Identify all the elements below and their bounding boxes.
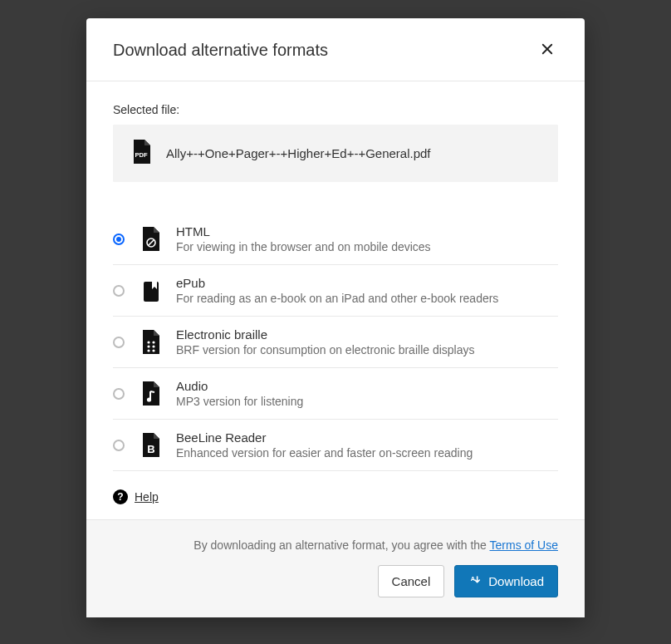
format-title: BeeLine Reader xyxy=(176,430,473,445)
radio-braille[interactable] xyxy=(113,337,125,348)
svg-point-7 xyxy=(152,341,154,343)
format-option-braille[interactable]: Electronic braille BRF version for consu… xyxy=(113,317,558,368)
download-icon: A xyxy=(468,573,482,589)
close-icon xyxy=(540,42,555,59)
radio-epub[interactable] xyxy=(113,285,125,297)
radio-beeline[interactable] xyxy=(113,440,125,451)
braille-file-icon xyxy=(140,330,161,355)
modal-body: Selected file: PDF Ally+-+One+Pager+-+Hi… xyxy=(86,81,585,519)
svg-text:PDF: PDF xyxy=(135,151,148,159)
cancel-button[interactable]: Cancel xyxy=(378,565,445,597)
format-title: Electronic braille xyxy=(176,327,475,342)
terms-link[interactable]: Terms of Use xyxy=(490,538,558,552)
svg-point-8 xyxy=(147,345,149,347)
format-title: HTML xyxy=(176,224,431,238)
help-row: ? Help xyxy=(113,471,558,504)
selected-file-box: PDF Ally+-+One+Pager+-+Higher+Ed+-+Gener… xyxy=(113,125,558,182)
modal-title: Download alternative formats xyxy=(113,41,328,60)
svg-point-11 xyxy=(152,349,154,351)
format-title: ePub xyxy=(176,276,498,290)
disclaimer-text: By downloading an alternative format, yo… xyxy=(113,538,558,552)
svg-point-9 xyxy=(152,345,154,347)
format-desc: BRF version for consumption on electroni… xyxy=(176,343,475,356)
format-desc: For reading as an e-book on an iPad and … xyxy=(176,292,498,305)
svg-text:B: B xyxy=(147,443,154,455)
radio-html[interactable] xyxy=(113,234,125,245)
radio-audio[interactable] xyxy=(113,388,125,400)
download-label: Download xyxy=(488,574,544,588)
download-button[interactable]: A Download xyxy=(454,565,558,597)
svg-point-10 xyxy=(147,349,149,351)
close-button[interactable] xyxy=(536,38,558,62)
button-row: Cancel A Download xyxy=(113,565,558,597)
svg-point-6 xyxy=(147,341,149,343)
format-option-audio[interactable]: Audio MP3 version for listening xyxy=(113,368,558,420)
format-desc: For viewing in the browser and on mobile… xyxy=(176,240,431,253)
svg-point-12 xyxy=(147,397,151,401)
audio-file-icon xyxy=(140,381,161,406)
help-icon: ? xyxy=(113,489,128,504)
modal-footer: By downloading an alternative format, yo… xyxy=(86,519,585,617)
download-formats-modal: Download alternative formats Selected fi… xyxy=(86,18,585,617)
format-options-list: HTML For viewing in the browser and on m… xyxy=(113,214,558,471)
disclaimer-prefix: By downloading an alternative format, yo… xyxy=(193,538,489,552)
book-icon xyxy=(140,278,161,303)
format-title: Audio xyxy=(176,379,303,393)
pdf-file-icon: PDF xyxy=(131,140,151,167)
format-option-html[interactable]: HTML For viewing in the browser and on m… xyxy=(113,214,558,265)
format-desc: Enhanced version for easier and faster o… xyxy=(176,446,473,460)
selected-file-label: Selected file: xyxy=(113,103,558,116)
selected-file-name: Ally+-+One+Pager+-+Higher+Ed+-+General.p… xyxy=(166,146,431,160)
format-option-beeline[interactable]: B BeeLine Reader Enhanced version for ea… xyxy=(113,420,558,471)
format-desc: MP3 version for listening xyxy=(176,395,303,408)
help-link[interactable]: Help xyxy=(135,490,159,504)
format-option-epub[interactable]: ePub For reading as an e-book on an iPad… xyxy=(113,265,558,317)
modal-header: Download alternative formats xyxy=(86,18,585,81)
beeline-file-icon: B xyxy=(140,433,161,458)
html-file-icon xyxy=(140,227,161,252)
svg-text:A: A xyxy=(471,575,476,583)
